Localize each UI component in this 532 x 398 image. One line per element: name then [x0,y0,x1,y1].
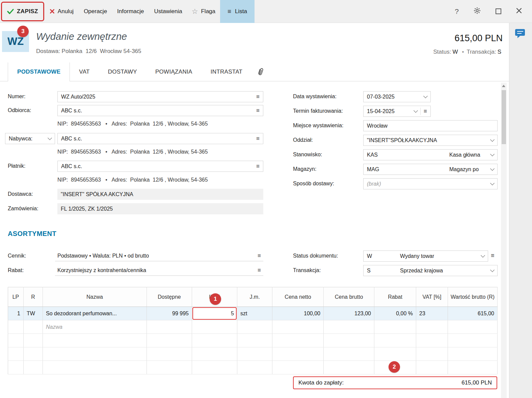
information-menu[interactable]: Informacje [117,8,144,15]
cell-jm[interactable]: szt [237,307,272,320]
empty-cell[interactable] [192,320,237,334]
empty-cell[interactable] [416,347,448,361]
stanowisko-field[interactable]: KAS Kasa główna [363,149,498,160]
cell-lp[interactable]: 1 [8,307,24,320]
empty-cell[interactable] [324,320,374,334]
cell-ilosc[interactable]: 5 [192,307,237,320]
empty-cell[interactable] [416,320,448,334]
nabywca-field[interactable]: ABC s.c. [57,133,263,144]
empty-cell[interactable] [192,361,237,374]
cell-wartosc-brutto[interactable]: 615,00 [448,307,498,320]
empty-cell[interactable] [8,320,24,334]
empty-cell[interactable] [374,320,416,334]
chevron-down-icon[interactable] [490,152,495,156]
empty-cell[interactable] [8,334,24,347]
termin-fakturowania-field[interactable]: 15-04-2025 [363,106,431,117]
cell-nazwa[interactable]: So dezodorant perfumowan... [43,307,147,320]
oddzial-field[interactable]: "INSERT"SPÓŁKAAKCYJNA [363,135,498,146]
tab-dostawy[interactable]: DOSTAWY [99,62,146,81]
cell-dostepne[interactable]: 99 995 [147,307,192,320]
empty-cell[interactable] [43,347,147,361]
empty-cell[interactable] [448,347,498,361]
table-empty-row[interactable] [8,361,498,374]
empty-cell[interactable] [374,334,416,347]
chevron-down-icon[interactable] [481,253,485,258]
chevron-down-icon[interactable] [490,137,495,142]
flag-button[interactable]: Flaga [192,8,215,15]
empty-cell[interactable] [24,361,43,374]
maximize-icon[interactable] [496,8,501,14]
cennik-field[interactable]: Podstawowy • Waluta: PLN • od brutto [55,250,263,261]
menu-icon[interactable] [256,108,260,113]
menu-icon[interactable] [491,253,495,259]
tab-intrastat[interactable]: INTRASTAT [202,62,252,81]
empty-cell[interactable] [272,334,324,347]
empty-cell[interactable] [24,334,43,347]
empty-cell[interactable] [237,320,272,334]
empty-cell[interactable] [8,347,24,361]
empty-cell[interactable] [192,334,237,347]
odbiorca-field[interactable]: ABC s.c. [57,105,263,116]
scrollbar-thumb[interactable] [502,90,506,144]
tab-powiazania[interactable]: POWIĄZANIA [146,62,202,81]
empty-cell[interactable] [324,347,374,361]
paperclip-icon[interactable] [257,62,264,81]
empty-cell[interactable] [147,334,192,347]
empty-cell[interactable] [272,361,324,374]
platnik-field[interactable]: ABC s.c. [57,161,263,172]
chevron-down-icon[interactable] [490,181,495,185]
gear-icon[interactable] [474,7,481,16]
table-empty-row[interactable] [8,334,498,347]
menu-icon[interactable] [424,108,427,114]
column-header-rabat[interactable]: Rabat [374,287,416,307]
new-item-cell[interactable]: Nazwa [43,320,147,334]
column-header-jm[interactable]: J.m. [237,287,272,307]
cell-vat[interactable]: 23 [416,307,448,320]
empty-cell[interactable] [324,361,374,374]
chevron-down-icon[interactable] [414,108,418,113]
empty-cell[interactable] [448,320,498,334]
empty-cell[interactable] [43,334,147,347]
empty-cell[interactable] [448,361,498,374]
cell-cena-brutto[interactable]: 123,00 [324,307,374,320]
column-header-vat[interactable]: VAT [%] [416,287,448,307]
rabat-field[interactable]: Korzystniejszy z kontrahenta/cennika [55,265,263,276]
list-button[interactable]: Lista [220,0,255,23]
miejsce-wystawienia-field[interactable]: Wrocław [363,120,498,131]
cell-r[interactable]: TW [24,307,43,320]
column-header-r[interactable]: R [24,287,43,307]
menu-icon[interactable] [258,253,261,259]
column-header-nazwa[interactable]: Nazwa [43,287,147,307]
cell-cena-netto[interactable]: 100,00 [272,307,324,320]
chevron-down-icon[interactable] [490,268,495,272]
numer-field[interactable]: WZ Auto/2025 [57,91,263,102]
empty-cell[interactable] [324,334,374,347]
transakcja-field[interactable]: S Sprzedaż krajowa [363,265,498,276]
empty-cell[interactable] [8,361,24,374]
empty-cell[interactable] [237,347,272,361]
magazyn-field[interactable]: MAG Magazyn po [363,164,498,175]
column-header-cena-netto[interactable]: Cena netto [272,287,324,307]
column-header-dostepne[interactable]: Dostępne [147,287,192,307]
empty-cell[interactable] [237,361,272,374]
settings-menu[interactable]: Ustawienia [154,8,182,15]
close-icon[interactable] [516,8,522,15]
empty-cell[interactable] [374,347,416,361]
data-wystawienia-field[interactable]: 07-03-2025 [363,91,431,102]
menu-icon[interactable] [256,136,260,141]
menu-icon[interactable] [258,267,261,273]
empty-cell[interactable] [147,320,192,334]
empty-cell[interactable] [24,347,43,361]
operations-menu[interactable]: Operacje [84,8,107,15]
vertical-scrollbar[interactable] [501,83,507,398]
table-new-item-row[interactable]: Nazwa [8,320,498,334]
empty-cell[interactable] [272,320,324,334]
scroll-up-icon[interactable] [502,85,505,87]
status-dokumentu-field[interactable]: W Wydany towar [363,250,488,262]
table-row[interactable]: 1 TW So dezodorant perfumowan... 99 995 … [8,307,498,320]
cancel-button[interactable]: Anuluj [50,8,74,15]
chevron-down-icon[interactable] [423,94,428,98]
menu-icon[interactable] [256,163,260,169]
empty-cell[interactable] [237,334,272,347]
empty-cell[interactable] [448,334,498,347]
